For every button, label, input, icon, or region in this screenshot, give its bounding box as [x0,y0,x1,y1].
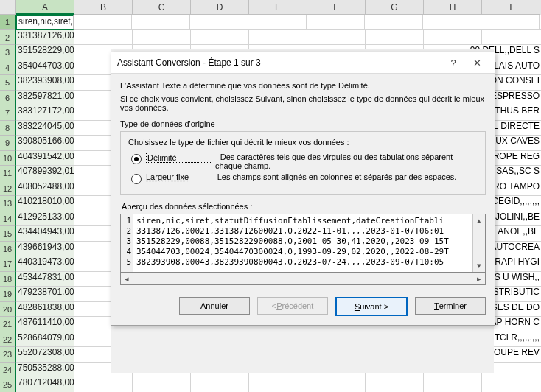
cell[interactable]: 440319473,00268,4 [16,256,74,272]
cell[interactable]: 331387126,00021,33138712600021,O,2022-11… [16,30,74,46]
col-header-B[interactable]: B [74,0,133,15]
cell[interactable]: 434404943,00038,4 [16,226,74,242]
column-headers: A B C D E F G H I [0,0,541,15]
cell-overflow[interactable] [74,15,541,30]
cell-overflow[interactable] [74,30,541,46]
row-header[interactable]: 12 [0,181,16,197]
help-icon[interactable]: ? [441,57,465,69]
cancel-button[interactable]: Annuler [179,297,250,315]
dialog-sub-text: Si ce choix vous convient, choisissez Su… [120,94,486,112]
dialog-titlebar[interactable]: Assistant Conversion - Étape 1 sur 3 ? ✕ [111,52,495,74]
scroll-up-icon[interactable]: ▴ [477,216,481,225]
table-row: 25780712048,00104,78071204800104,O,2017-… [0,377,541,392]
table-row: 2331387126,00021,33138712600021,O,2022-1… [0,30,541,46]
preview-vertical-scrollbar[interactable]: ▴ ▾ [472,214,485,272]
row-header[interactable]: 6 [0,91,16,106]
row-header[interactable]: 5 [0,75,16,91]
row-header[interactable]: 9 [0,136,16,151]
row-header[interactable]: 11 [0,166,16,181]
radio-fixedwidth-label[interactable]: Largeur fixe [146,172,209,181]
cell-overflow[interactable] [74,377,541,392]
preview-horizontal-scrollbar[interactable]: ◂ ▸ [120,273,486,285]
col-header-D[interactable]: D [191,0,249,15]
finish-button[interactable]: Terminer [415,297,486,315]
row-header[interactable]: 14 [0,211,16,227]
row-header[interactable]: 20 [0,302,16,318]
row-header[interactable]: 18 [0,272,16,287]
row-header[interactable]: 17 [0,256,16,272]
cell[interactable]: 354044703,00024,3 [16,60,74,76]
cell[interactable]: 482861838,00050,4 [16,302,74,318]
cell[interactable]: 453447831,00031,4 [16,272,74,287]
row-header[interactable]: 3 [0,45,16,60]
cell[interactable]: 410218010,00032,4 [16,196,74,211]
cell[interactable]: 383224045,00062,3 [16,121,74,136]
row-header[interactable]: 2 [0,30,16,46]
row-header[interactable]: 25 [0,377,16,392]
scroll-right-icon[interactable]: ▸ [473,274,485,284]
cell-overflow[interactable] [74,363,541,378]
row-header[interactable]: 10 [0,151,16,167]
cell[interactable]: 404391542,00945,4 [16,151,74,167]
col-header-G[interactable]: G [366,0,424,15]
preview-gutter: 1 2 3 4 5 [121,214,133,272]
row-header[interactable]: 22 [0,332,16,348]
cell[interactable]: 383127172,00112,3 [16,105,74,121]
previous-button: < Précédent [257,297,328,315]
preview-box: 1 2 3 4 5 siren,nic,siret,statutDiffusio… [120,214,486,273]
row-header[interactable]: 13 [0,196,16,211]
cell[interactable]: 780712048,00104,78071204800104,O,2017-01… [16,377,74,392]
cell[interactable]: 528684079,00015,5 [16,332,74,348]
next-button[interactable]: Suivant > [335,297,408,316]
col-header-H[interactable]: H [424,0,482,15]
cell[interactable]: 408052488,00051,4 [16,181,74,197]
cell[interactable]: siren,nic,siret,statutDiffusionEtablisse… [15,15,74,30]
row-header[interactable]: 7 [0,105,16,121]
col-header-A[interactable]: A [16,0,74,15]
cell-overflow[interactable]: 10,TCLR,,,,,,,,, [74,332,541,348]
cell[interactable]: 750535288,00013,75053528800013,O,2012-05… [16,363,74,378]
radio-delimited-label[interactable]: Délimité [146,153,212,163]
cell[interactable]: 407899392,01539,4 [16,166,74,181]
row-header[interactable]: 4 [0,60,16,76]
data-type-group: Choisissez le type de fichier qui décrit… [120,131,486,195]
cell[interactable]: 487611410,00035,4 [16,317,74,332]
cell-overflow[interactable]: 10,GROUPE REV [74,347,541,363]
radio-fixedwidth[interactable] [131,174,142,184]
col-header-C[interactable]: C [133,0,191,15]
scroll-down-icon[interactable]: ▾ [477,261,481,270]
cell[interactable]: 390805166,00076,3 [16,136,74,151]
table-row: 24750535288,00013,75053528800013,O,2012-… [0,363,541,378]
group-label: Type de données d'origine [120,119,486,128]
row-header[interactable]: 8 [0,121,16,136]
row-header[interactable]: 16 [0,242,16,257]
row-header[interactable]: 1 [0,15,16,30]
col-header-I[interactable]: I [482,0,540,15]
row-header[interactable]: 19 [0,287,16,302]
row-header[interactable]: 15 [0,226,16,242]
radio-delimited[interactable] [131,154,142,164]
scroll-left-icon[interactable]: ◂ [121,274,133,284]
row-header[interactable]: 24 [0,363,16,378]
preview-content[interactable]: siren,nic,siret,statutDiffusionEtablisse… [133,214,472,272]
choice-label: Choisissez le type de fichier qui décrit… [128,138,478,147]
radio-delimited-desc: - Des caractères tels que des virgules o… [212,153,478,170]
cell[interactable]: 412925133,00016,4 [16,211,74,227]
col-header-E[interactable]: E [249,0,307,15]
cell[interactable]: 382597821,00737,3 [16,91,74,106]
cell[interactable]: 479238701,00011,4 [16,287,74,302]
cell[interactable]: 552072308,00067,5 [16,347,74,363]
cell[interactable]: 382393908,00043,3 [16,75,74,91]
cell[interactable]: 351528229,00088,3 [16,45,74,60]
dialog-intro-text: L'Assistant Texte a déterminé que vos do… [120,81,486,90]
cell[interactable]: 439661943,00035,4 [16,242,74,257]
dialog-title: Assistant Conversion - Étape 1 sur 3 [117,57,441,68]
table-row: 22528684079,00015,510,TCLR,,,,,,,,, [0,332,541,348]
radio-fixedwidth-desc: - Les champs sont alignés en colonnes et… [209,172,478,181]
select-all-corner[interactable] [0,0,16,15]
table-row: 1siren,nic,siret,statutDiffusionEtabliss… [0,15,541,30]
close-icon[interactable]: ✕ [465,57,489,69]
row-header[interactable]: 23 [0,347,16,363]
col-header-F[interactable]: F [307,0,366,15]
row-header[interactable]: 21 [0,317,16,332]
